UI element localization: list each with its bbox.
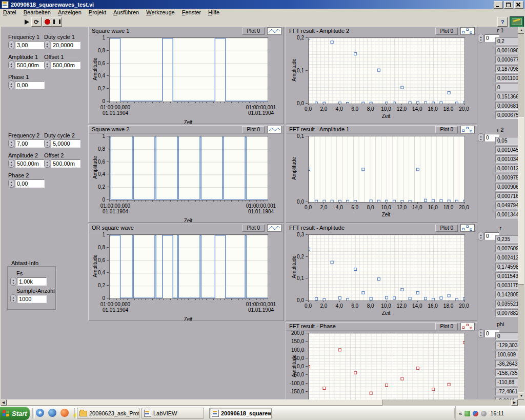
control-label: Phase 1 [8, 74, 49, 80]
numeric-input[interactable]: 7,00 [15, 139, 45, 148]
context-help-icon[interactable] [510, 16, 524, 27]
tray-volume-icon[interactable] [481, 411, 487, 416]
numeric-input[interactable]: 20,0000 [51, 41, 80, 49]
collapse-chevron-icon[interactable]: « [459, 410, 462, 416]
run-button[interactable] [22, 17, 32, 27]
x-tick-label: 8,0 [364, 106, 377, 112]
increment-decrement-spinner[interactable]: ▲▼ [44, 41, 50, 49]
chart-title: Square wave 2 [92, 126, 129, 132]
x-tick-label: 12,0 [395, 205, 408, 210]
y-tick-label: 0,3 [286, 232, 304, 237]
numeric-input[interactable]: 500,00m [51, 61, 80, 69]
tray-green-icon[interactable] [465, 411, 470, 416]
y-tick-mark [107, 234, 109, 235]
pause-button[interactable] [52, 17, 62, 27]
increment-decrement-spinner[interactable]: ▲▼ [8, 179, 14, 188]
scroll-right-icon[interactable]: ▶ [511, 399, 518, 406]
horizontal-scrollbar-thumb[interactable] [7, 399, 382, 406]
y-tick-mark [107, 260, 109, 261]
numeric-input[interactable]: 0,00 [15, 81, 45, 89]
legend-label: Plot 0 [435, 323, 458, 330]
increment-decrement-spinner[interactable]: ▲▼ [8, 139, 14, 148]
menu-datei[interactable]: Datei [3, 9, 16, 15]
horizontal-scrollbar[interactable]: ◀ ▶ [0, 399, 518, 406]
plot-legend[interactable]: Plot 0 [242, 126, 281, 133]
plot-legend[interactable]: Plot 0 [435, 323, 475, 330]
increment-decrement-spinner[interactable]: ▲▼ [10, 277, 16, 286]
timestamp-line: 01:00:00,000 [93, 105, 138, 110]
minimize-icon [496, 6, 499, 7]
y-tick-mark [107, 37, 109, 38]
numeric-input[interactable]: 500,00m [15, 159, 45, 168]
menu-anzeigen[interactable]: Anzeigen [58, 9, 82, 15]
menu-hilfe[interactable]: Hilfe [208, 9, 219, 15]
index-spinner[interactable]: ▲▼ [478, 329, 484, 338]
increment-decrement-spinner[interactable]: ▲▼ [8, 159, 14, 168]
increment-decrement-spinner[interactable]: ▲▼ [8, 41, 14, 49]
menu-bearbeiten[interactable]: Bearbeiten [24, 9, 51, 15]
minimize-button[interactable] [494, 1, 503, 9]
plot-legend[interactable]: Plot 0 [242, 27, 281, 35]
x-tick-mark [386, 202, 387, 204]
x-start-timestamp: 01:00:00,00001.01.1904 [93, 203, 138, 214]
increment-decrement-spinner[interactable]: ▲▼ [8, 81, 14, 89]
x-tick-mark [308, 202, 309, 204]
internet-explorer-icon[interactable]: e [36, 409, 44, 417]
plot-legend[interactable]: Plot 0 [435, 126, 475, 133]
array-label: r 1 [487, 27, 514, 33]
x-tick-label: 10,0 [379, 303, 393, 309]
numeric-input[interactable]: 1,00k [17, 277, 47, 286]
close-button[interactable] [514, 1, 523, 9]
numeric-input[interactable]: 3,00 [15, 41, 45, 49]
numeric-input[interactable]: 500,00m [15, 61, 45, 69]
menu-fenster[interactable]: Fenster [182, 9, 201, 15]
x-tick-label: 0,0 [301, 205, 315, 210]
numeric-input[interactable]: 0,00 [15, 179, 45, 188]
increment-decrement-spinner[interactable]: ▲▼ [44, 139, 50, 148]
toolbar-handle[interactable] [32, 408, 35, 418]
firefox-icon[interactable] [60, 409, 69, 417]
index-spinner[interactable]: ▲▼ [478, 34, 484, 43]
taskbar-item-labview[interactable]: LabVIEW [142, 408, 204, 419]
plot-style-icon [460, 27, 475, 35]
globe-icon[interactable] [48, 409, 56, 417]
pause-icon [53, 19, 60, 24]
abort-button[interactable] [42, 17, 52, 27]
tray-network-icon[interactable] [473, 411, 478, 416]
maximize-button[interactable] [504, 1, 513, 9]
start-button[interactable]: Start [0, 407, 30, 420]
numeric-input[interactable]: 5,0000 [51, 139, 80, 148]
y-tick-mark [306, 350, 308, 350]
increment-decrement-spinner[interactable]: ▲▼ [8, 61, 14, 69]
increment-decrement-spinner[interactable]: ▲▼ [44, 61, 50, 69]
plot-legend[interactable]: Plot 0 [435, 27, 475, 35]
toolbar: ⟳ ? [0, 16, 525, 27]
y-tick-mark [306, 136, 308, 136]
x-axis-label: Zeit [371, 212, 401, 217]
taskbar-item-folder[interactable]: 20090623_ask_Prof_Ge... [77, 408, 139, 419]
help-button[interactable]: ? [497, 17, 508, 27]
x-tick-label: 4,0 [333, 106, 346, 112]
menu-projekt[interactable]: Projekt [89, 9, 106, 15]
index-spinner[interactable]: ▲▼ [478, 133, 484, 142]
y-tick-label: 0,0 [286, 199, 304, 205]
plot-legend[interactable]: Plot 0 [435, 224, 475, 232]
x-tick-label: 20,0 [457, 106, 471, 112]
chart-title: FFT result - Amplitude [289, 225, 345, 231]
increment-decrement-spinner[interactable]: ▲▼ [44, 159, 50, 168]
x-tick-label: 16,0 [426, 205, 439, 210]
run-continuous-button[interactable]: ⟳ [31, 17, 42, 27]
menu-werkzeuge[interactable]: Werkzeuge [146, 9, 174, 15]
taskbar-clock: 16:11 [490, 410, 504, 416]
index-spinner[interactable]: ▲▼ [478, 232, 484, 241]
menu-ausfuehren[interactable]: Ausführen [113, 9, 139, 15]
taskbar-item-active-vi[interactable]: 20090618_squarewa... [209, 408, 272, 419]
increment-decrement-spinner[interactable]: ▲▼ [10, 294, 16, 303]
x-tick-mark [417, 202, 418, 204]
y-tick-mark [107, 88, 109, 89]
numeric-input[interactable]: 1000 [17, 295, 47, 303]
plot-legend[interactable]: Plot 0 [242, 224, 281, 232]
numeric-input[interactable]: 500,00m [51, 159, 80, 168]
y-tick-label: 0,1 [286, 68, 304, 73]
x-tick-label: 14,0 [411, 303, 424, 309]
